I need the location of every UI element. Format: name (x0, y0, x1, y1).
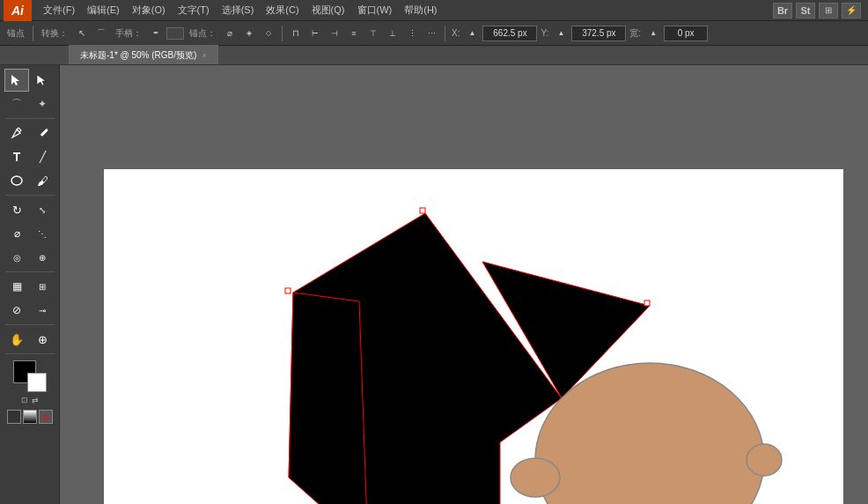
w-coord-input[interactable] (664, 26, 708, 41)
tool-hand[interactable]: ✋ (4, 328, 29, 351)
tool-select[interactable] (30, 69, 55, 92)
x-coord-input[interactable] (482, 26, 537, 41)
svg-marker-37 (289, 293, 368, 504)
svg-marker-31 (11, 75, 19, 85)
anchor-label: 锚点 (4, 27, 28, 40)
anchor2-label: 锚点： (186, 27, 219, 40)
tool-scale[interactable]: ⤡ (30, 198, 55, 221)
menu-text[interactable]: 文字(T) (172, 2, 216, 19)
transform-btn2[interactable]: ⌒ (92, 25, 110, 42)
svg-point-41 (747, 444, 782, 476)
st-icon[interactable]: St (796, 3, 815, 19)
color-small-icons: ⊡ ⇄ (19, 394, 40, 406)
gradient-btn[interactable] (23, 410, 37, 424)
align-btn7[interactable]: ⋯ (423, 25, 440, 42)
color-area: ⊡ ⇄ ⊘ (4, 357, 56, 427)
default-colors-icon[interactable]: ⊡ (21, 396, 28, 404)
tool-magic-wand[interactable]: ✦ (30, 93, 55, 115)
app-logo: Ai (4, 0, 32, 21)
handle-box[interactable] (166, 27, 184, 40)
transform-label: 转换： (38, 27, 71, 40)
handle-btn[interactable]: ✒ (147, 25, 165, 42)
tool-lasso[interactable]: ⌒ (4, 93, 29, 115)
w-coord-label: 宽: (628, 27, 643, 40)
menu-effect[interactable]: 效果(C) (260, 2, 305, 19)
menu-view[interactable]: 视图(Q) (305, 2, 351, 19)
align-btn5[interactable]: ⊥ (384, 25, 401, 42)
tool-mesh[interactable]: ⊞ (30, 275, 55, 298)
canvas-area[interactable] (60, 65, 868, 504)
anchor-btn3[interactable]: ◇ (260, 25, 277, 42)
tab-bar: 未标题-1* @ 50% (RGB/预览) × (0, 46, 868, 65)
menu-right-icons: Br St ⊞ ⚡ (773, 3, 864, 19)
y-coord-input[interactable] (571, 26, 626, 41)
align-btn3[interactable]: ≡ (345, 25, 363, 42)
tools-panel: ⌒ ✦ T ╱ 🖌 ↻ ⤡ ⌀ ⋱ (0, 65, 60, 504)
tool-ellipse[interactable] (4, 169, 29, 192)
tool-type[interactable]: T (4, 145, 29, 168)
swap-colors-icon[interactable]: ⇄ (32, 396, 39, 404)
menu-window[interactable]: 窗口(W) (351, 2, 399, 19)
color-swatch-container (13, 360, 47, 392)
background-color[interactable] (27, 373, 47, 392)
toolbar: 锚点 转换： ↖ ⌒ 手柄： ✒ 锚点： ⌀ ◈ ◇ ⊓ ⊢ ⊣ ≡ ⊤ ⊥ ⋮… (0, 21, 868, 46)
tool-reshape[interactable]: ⋱ (30, 222, 55, 245)
menu-edit[interactable]: 编辑(E) (81, 2, 126, 19)
tool-graph[interactable]: ▦ (4, 275, 29, 298)
handle-label: 手柄： (112, 27, 145, 40)
tool-symbol[interactable]: ⊕ (30, 246, 55, 269)
w-up-btn[interactable]: ▲ (644, 25, 662, 42)
tool-zoom[interactable]: ⊕ (30, 328, 55, 351)
transform-btn1[interactable]: ↖ (73, 25, 91, 42)
svg-point-34 (11, 176, 22, 185)
y-up-btn[interactable]: ▲ (552, 25, 570, 42)
svg-marker-32 (37, 75, 46, 85)
workspace-icon[interactable]: ⚡ (842, 3, 861, 19)
x-coord-label: X: (450, 28, 461, 38)
menu-object[interactable]: 对象(O) (126, 2, 172, 19)
svg-rect-42 (420, 208, 425, 213)
tool-brush[interactable]: 🖌 (30, 169, 55, 192)
menu-bar: Ai 文件(F) 编辑(E) 对象(O) 文字(T) 选择(S) 效果(C) 视… (0, 0, 868, 21)
none-btn[interactable]: ⊘ (39, 410, 53, 424)
x-up-btn[interactable]: ▲ (463, 25, 481, 42)
anchor-btn2[interactable]: ◈ (240, 25, 258, 42)
svg-rect-44 (644, 300, 650, 306)
tool-rotate[interactable]: ↻ (4, 198, 29, 221)
tab-label: 未标题-1* @ 50% (RGB/预览) (80, 49, 196, 62)
join-btn[interactable]: ⊓ (287, 25, 305, 42)
artwork (104, 169, 843, 504)
align-btn2[interactable]: ⊣ (326, 25, 343, 42)
tool-blend[interactable]: ◎ (4, 246, 29, 269)
br-icon[interactable]: Br (773, 3, 792, 19)
solid-color-btn[interactable] (7, 410, 21, 424)
tool-measure[interactable]: ⊸ (30, 299, 55, 322)
tool-pencil[interactable] (30, 122, 55, 145)
tool-pen[interactable] (4, 122, 29, 145)
align-btn1[interactable]: ⊢ (306, 25, 324, 42)
svg-rect-43 (285, 288, 291, 293)
align-btn6[interactable]: ⋮ (403, 25, 421, 42)
tool-line[interactable]: ╱ (30, 145, 55, 168)
main-area: ⌒ ✦ T ╱ 🖌 ↻ ⤡ ⌀ ⋱ (0, 65, 868, 504)
menu-select[interactable]: 选择(S) (216, 2, 261, 19)
svg-rect-33 (40, 129, 48, 137)
arrange-icon[interactable]: ⊞ (819, 3, 838, 19)
svg-point-39 (511, 458, 560, 497)
document-tab[interactable]: 未标题-1* @ 50% (RGB/预览) × (69, 45, 218, 64)
align-btn4[interactable]: ⊤ (364, 25, 382, 42)
anchor-btn[interactable]: ⌀ (221, 25, 239, 42)
y-coord-label: Y: (539, 28, 550, 38)
tool-eyedropper[interactable]: ⊘ (4, 299, 29, 322)
menu-file[interactable]: 文件(F) (37, 2, 81, 19)
tab-close-btn[interactable]: × (202, 51, 206, 60)
tool-warp[interactable]: ⌀ (4, 222, 29, 245)
menu-help[interactable]: 帮助(H) (398, 2, 443, 19)
tool-direct-select[interactable] (4, 69, 29, 92)
